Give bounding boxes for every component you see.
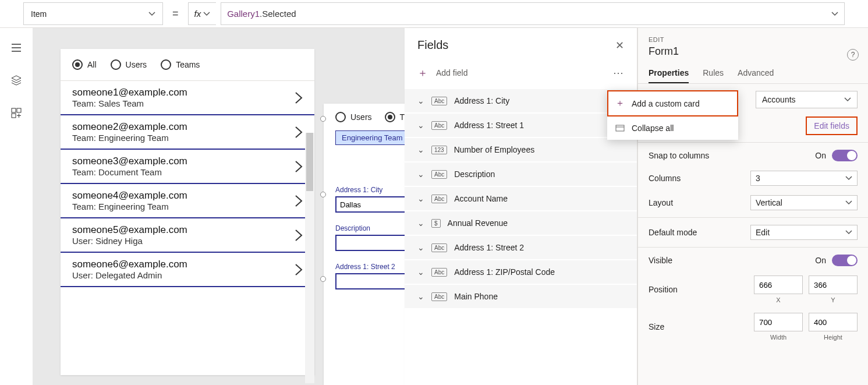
field-row[interactable]: ⌄AbcMain Phone — [405, 285, 637, 309]
gallery1-filters: All Users Teams — [61, 49, 314, 80]
field-row[interactable]: ⌄AbcAddress 1: Street 1 — [405, 114, 637, 138]
list-item[interactable]: someone3@example.comTeam: Document Team — [61, 150, 314, 184]
fields-title: Fields — [417, 38, 448, 52]
list-item[interactable]: someone4@example.comTeam: Engineering Te… — [61, 184, 314, 218]
x-label: X — [754, 296, 803, 303]
radio-all[interactable]: All — [72, 59, 97, 70]
chevron-down-icon: ⌄ — [417, 96, 424, 105]
y-input[interactable] — [809, 275, 858, 294]
chevron-down-icon: ⌄ — [417, 169, 424, 179]
radio-teams[interactable]: Teams — [161, 59, 200, 70]
x-input[interactable] — [754, 275, 803, 294]
height-label: Height — [809, 334, 858, 341]
tab-properties[interactable]: Properties — [649, 68, 689, 83]
field-row[interactable]: ⌄AbcAddress 1: City — [405, 89, 637, 114]
height-input[interactable] — [809, 313, 858, 331]
formula-bar: Item = fx Gallery1.Selected — [0, 0, 868, 28]
width-label: Width — [754, 334, 803, 341]
chevron-down-icon — [845, 175, 852, 182]
layers-icon[interactable] — [10, 75, 22, 86]
radio-circle-icon — [111, 59, 121, 70]
field-rows: ⌄AbcAddress 1: City ⌄AbcAddress 1: Stree… — [405, 89, 637, 309]
field-row[interactable]: ⌄AbcAccount Name — [405, 187, 637, 211]
default-mode-label: Default mode — [649, 228, 697, 237]
collapse-icon — [615, 123, 625, 133]
type-icon: $ — [431, 219, 441, 228]
context-menu: ＋ Add a custom card Collapse all — [607, 90, 738, 140]
list-item[interactable]: someone6@example.comUser: Delegated Admi… — [61, 253, 314, 287]
chevron-down-icon — [844, 96, 851, 103]
tab-advanced[interactable]: Advanced — [738, 68, 774, 83]
chevron-down-icon — [845, 199, 852, 206]
add-custom-card-item[interactable]: ＋ Add a custom card — [607, 90, 738, 116]
columns-select[interactable]: 3 — [750, 171, 858, 186]
layout-select[interactable]: Vertical — [750, 195, 858, 210]
property-select[interactable]: Item — [23, 2, 163, 25]
visible-value: On — [815, 256, 826, 265]
type-icon: Abc — [431, 292, 447, 301]
field-row[interactable]: ⌄123Number of Employees — [405, 138, 637, 163]
radio-circle-icon — [72, 59, 83, 70]
y-label: Y — [809, 296, 858, 303]
chevron-down-icon: ⌄ — [417, 145, 424, 154]
default-mode-select[interactable]: Edit — [750, 225, 858, 240]
property-select-value: Item — [31, 9, 47, 19]
engineering-team-badge[interactable]: Engineering Team — [335, 130, 409, 145]
chevron-down-icon — [831, 10, 838, 17]
position-label: Position — [649, 285, 678, 294]
chevron-right-icon — [295, 229, 303, 242]
selection-handle[interactable] — [320, 116, 326, 122]
svg-rect-3 — [616, 125, 624, 131]
gallery1-list: someone1@example.comTeam: Sales Team som… — [61, 80, 314, 287]
chevron-down-icon — [203, 10, 210, 17]
snap-toggle[interactable] — [832, 150, 858, 161]
formula-input[interactable]: Gallery1.Selected — [221, 2, 845, 25]
radio-circle-icon — [161, 59, 171, 70]
gallery1[interactable]: All Users Teams someone1@example.comTeam… — [61, 49, 314, 375]
radio-users[interactable]: Users — [111, 59, 147, 70]
scrollbar-track[interactable] — [305, 133, 314, 383]
help-icon[interactable]: ? — [847, 49, 859, 61]
radio-teams-2[interactable]: T — [385, 112, 405, 122]
radio-users-2[interactable]: Users — [335, 112, 372, 122]
width-input[interactable] — [754, 313, 803, 331]
add-field-button[interactable]: ＋ Add field — [417, 66, 467, 80]
fx-button[interactable]: fx — [188, 2, 217, 25]
field-row[interactable]: ⌄AbcAddress 1: ZIP/Postal Code — [405, 260, 637, 285]
chevron-down-icon: ⌄ — [417, 292, 424, 301]
field-row[interactable]: ⌄AbcAddress 1: Street 2 — [405, 236, 637, 260]
list-item[interactable]: someone1@example.comTeam: Sales Team — [61, 81, 314, 115]
list-item[interactable]: someone2@example.comTeam: Engineering Te… — [61, 115, 314, 150]
chevron-down-icon: ⌄ — [417, 194, 424, 203]
collapse-all-item[interactable]: Collapse all — [607, 116, 738, 140]
edit-label: EDIT — [649, 36, 858, 43]
hamburger-icon[interactable] — [10, 42, 22, 54]
tab-rules[interactable]: Rules — [703, 68, 724, 83]
formula-token-gallery: Gallery1 — [227, 9, 260, 19]
visible-toggle[interactable] — [832, 255, 858, 266]
svg-rect-2 — [12, 114, 16, 118]
fields-panel: Fields ✕ ＋ Add field ⋯ ⌄AbcAddress 1: Ci… — [405, 28, 637, 385]
more-icon[interactable]: ⋯ — [613, 66, 624, 79]
plus-icon: ＋ — [417, 66, 428, 80]
data-source-select[interactable]: Accounts — [756, 91, 858, 108]
type-icon: 123 — [431, 146, 447, 154]
add-field-row: ＋ Add field ⋯ — [405, 60, 637, 89]
scrollbar-thumb[interactable] — [306, 133, 313, 191]
grid-add-icon[interactable] — [10, 107, 22, 119]
selection-handle[interactable] — [320, 192, 326, 197]
chevron-down-icon — [148, 10, 155, 17]
chevron-right-icon — [295, 160, 303, 173]
columns-label: Columns — [649, 174, 681, 183]
chevron-down-icon: ⌄ — [417, 218, 424, 228]
field-row[interactable]: ⌄$Annual Revenue — [405, 211, 637, 236]
default-mode-section: Default mode Edit — [638, 218, 868, 248]
formula-token-rest: .Selected — [260, 9, 296, 19]
edit-fields-link[interactable]: Edit fields — [806, 116, 858, 135]
fields-header: Fields ✕ — [405, 28, 637, 60]
selection-handle[interactable] — [320, 276, 326, 282]
list-item[interactable]: someone5@example.comUser: Sidney Higa — [61, 218, 314, 253]
field-row[interactable]: ⌄AbcDescription — [405, 163, 637, 187]
close-icon[interactable]: ✕ — [615, 39, 624, 52]
svg-rect-1 — [17, 108, 21, 112]
